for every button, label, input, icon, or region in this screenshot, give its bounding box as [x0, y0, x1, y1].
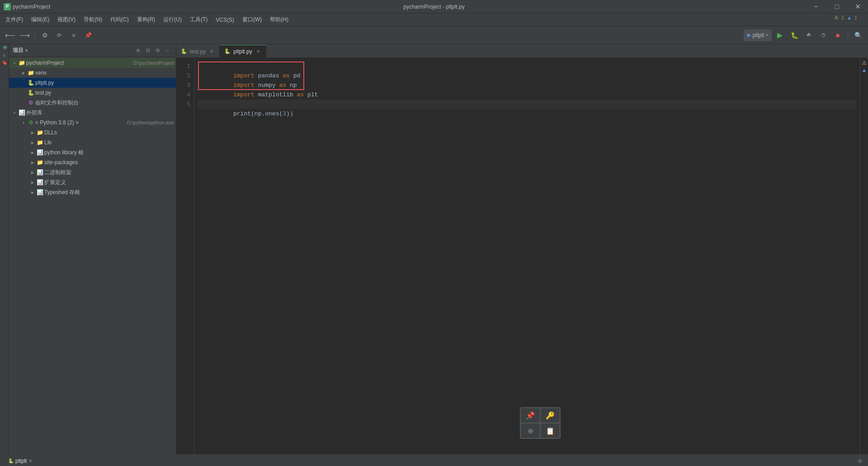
- close-button[interactable]: ✕: [847, 0, 868, 14]
- space-1: [255, 72, 258, 79]
- tree-dlls[interactable]: ▶ 📁 DLLs: [9, 128, 176, 138]
- float-btn-3[interactable]: ⊕: [520, 423, 540, 438]
- menu-help[interactable]: 帮助(H): [266, 15, 292, 24]
- navigate-back-button[interactable]: ⟵: [4, 29, 16, 42]
- tree-python38[interactable]: ▾ ⚙ < Python 3.8 (2) > D:\python\python.…: [9, 118, 176, 128]
- test-label: test.py: [35, 90, 174, 96]
- structure-icon[interactable]: ≡: [1, 52, 8, 59]
- menu-refactor[interactable]: 重构(R): [133, 15, 159, 24]
- minimize-button[interactable]: −: [806, 0, 826, 14]
- pin-button[interactable]: 📌: [82, 29, 94, 42]
- pylib-arrow: ▶: [29, 151, 36, 155]
- float-btn-2[interactable]: 🔑: [540, 408, 560, 423]
- tree-root[interactable]: ▾ 📁 pycharmProject D:\pycharmProject: [9, 58, 176, 68]
- menu-file[interactable]: 文件(F): [2, 15, 27, 24]
- run-tabs: 🐍 pltplt ✕: [4, 455, 37, 466]
- line-num-1: 1: [176, 62, 190, 71]
- stop-button[interactable]: ■: [831, 29, 844, 42]
- as-kw-2: as: [279, 82, 286, 89]
- run-button[interactable]: ▶: [774, 29, 786, 42]
- code-editor[interactable]: import pandas as pd import numpy as np i…: [194, 58, 860, 454]
- collapse-all-button[interactable]: ⊟: [143, 46, 152, 55]
- run-config-selector[interactable]: ▶ pltplt ▾: [744, 29, 772, 41]
- tree-venv[interactable]: ▶ 📁 venv: [9, 68, 176, 78]
- run-tab-close[interactable]: ✕: [28, 458, 32, 463]
- run-tab-pltplt[interactable]: 🐍 pltplt ✕: [4, 455, 37, 466]
- menu-window[interactable]: 窗口(W): [239, 15, 265, 24]
- menu-navigate[interactable]: 导航(N): [80, 15, 106, 24]
- menu-tools[interactable]: 工具(T): [186, 15, 211, 24]
- alias-pd: pd: [293, 72, 301, 79]
- menu-view[interactable]: 视图(V): [54, 15, 79, 24]
- ext-label: 外部库: [26, 109, 174, 117]
- fn-print: print: [233, 110, 251, 117]
- run-config-chevron: ▾: [766, 33, 768, 38]
- tree-lib[interactable]: ▶ 📁 Lib: [9, 138, 176, 147]
- run-settings-button[interactable]: ⚙: [855, 457, 864, 466]
- pltplt-tab-close[interactable]: ✕: [255, 48, 261, 55]
- floating-tools-panel: 📌 🔑 ⊕ 📋: [520, 407, 561, 439]
- hide-panel-button[interactable]: −: [163, 46, 172, 55]
- float-btn-1[interactable]: 📌: [520, 408, 540, 423]
- line-num-4: 4: [176, 90, 190, 100]
- project-dropdown-icon[interactable]: ▾: [25, 48, 28, 53]
- info-count-icon: ▲: [847, 15, 852, 20]
- space-6: [286, 82, 290, 89]
- line-num-2: 2: [176, 71, 190, 81]
- tree-sitepackages[interactable]: ▶ 📁 site-packages: [9, 157, 176, 167]
- tree-binary[interactable]: ▶ 📊 二进制框架: [9, 167, 176, 177]
- editor-content[interactable]: 1 2 3 4 5 import pandas as pd import num…: [176, 58, 868, 454]
- pltplt-py-icon: 🐍: [27, 80, 34, 86]
- paren-close: ): [290, 110, 293, 117]
- search-button[interactable]: 🔍: [852, 29, 864, 42]
- tree-typeshed[interactable]: ▶ 📊 Typeshed 存根: [9, 187, 176, 197]
- sync-button[interactable]: ⟳: [53, 29, 66, 42]
- project-tab-icon[interactable]: ◉: [1, 44, 8, 52]
- tree-temp[interactable]: ▶ ⚙ 临时文件和控制台: [9, 98, 176, 108]
- tab-test-py[interactable]: 🐍 test.py ✕: [176, 45, 220, 57]
- navigate-forward-button[interactable]: ⟶: [18, 29, 31, 42]
- float-btn-4[interactable]: 📋: [540, 423, 560, 438]
- settings-panel-button[interactable]: ⚙: [153, 46, 162, 55]
- site-label: site-packages: [44, 159, 174, 166]
- mod-np-ref: np: [255, 110, 262, 117]
- tree-extdef[interactable]: ▶ 📊 扩展定义: [9, 177, 176, 187]
- root-arrow: ▾: [11, 61, 18, 65]
- test-tab-close[interactable]: ✕: [208, 48, 215, 55]
- line-num-5: 5: [176, 100, 190, 109]
- right-gutter: ⚠ ▲: [860, 58, 868, 454]
- maximize-button[interactable]: □: [826, 0, 847, 14]
- binary-label: 二进制框架: [44, 169, 174, 176]
- project-panel-title: 项目 ▾: [13, 47, 28, 54]
- tree-pltplt[interactable]: ▶ 🐍 pltplt.py: [9, 78, 176, 88]
- bookmark-icon[interactable]: 🔖: [1, 59, 8, 66]
- debug-button[interactable]: 🐛: [788, 29, 801, 42]
- info-count: 1: [854, 15, 857, 20]
- menu-edit[interactable]: 编辑(E): [28, 15, 53, 24]
- warn-badge-1: ⚠: [862, 60, 867, 66]
- locate-file-button[interactable]: ⊕: [133, 46, 142, 55]
- site-arrow: ▶: [29, 161, 36, 165]
- pltplt-tab-icon: 🐍: [224, 48, 231, 54]
- project-panel-icons: ⊕ ⊟ ⚙ −: [133, 46, 172, 55]
- collapse-button[interactable]: ≡: [67, 29, 80, 42]
- pylib-icon: 📊: [36, 149, 43, 156]
- run-config-name: pltplt: [753, 32, 764, 38]
- test-tab-label: test.py: [190, 48, 206, 55]
- mod-numpy: numpy: [258, 82, 276, 89]
- test-tab-icon: 🐍: [181, 48, 187, 54]
- space-7: [255, 91, 258, 98]
- menu-code[interactable]: 代码(C): [107, 15, 132, 24]
- tree-pylib[interactable]: ▶ 📊 python library 根: [9, 147, 176, 157]
- menu-run[interactable]: 运行(U): [160, 15, 185, 24]
- space-4: [255, 82, 258, 89]
- menu-vcs[interactable]: VCS(S): [212, 16, 238, 24]
- tab-pltplt-py[interactable]: 🐍 pltplt.py ✕: [220, 45, 266, 57]
- coverage-button[interactable]: ☘: [802, 29, 815, 42]
- profile-button[interactable]: ⏱: [817, 29, 830, 42]
- run-tab-label: pltplt: [15, 458, 27, 464]
- settings-button[interactable]: ⚙: [38, 29, 51, 42]
- tree-test[interactable]: ▶ 🐍 test.py: [9, 88, 176, 98]
- tree-external[interactable]: ▾ 📊 外部库: [9, 108, 176, 118]
- left-vertical-tabs: ◉ ≡ 🔖: [0, 44, 9, 454]
